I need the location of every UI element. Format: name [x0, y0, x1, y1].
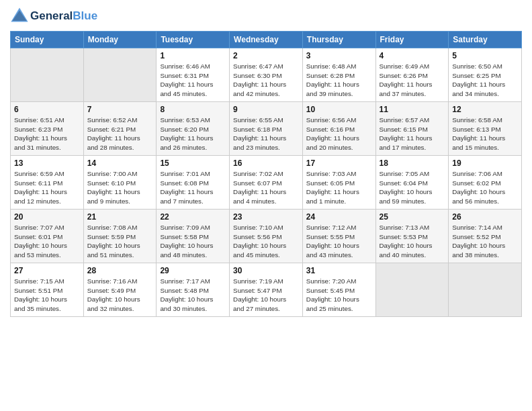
day-number: 26: [452, 212, 518, 222]
week-row-4: 20Sunrise: 7:07 AM Sunset: 6:01 PM Dayli…: [11, 210, 522, 263]
day-cell: 5Sunrise: 6:50 AM Sunset: 6:25 PM Daylig…: [449, 48, 522, 102]
day-info: Sunrise: 7:14 AM Sunset: 5:52 PM Dayligh…: [452, 223, 518, 260]
day-cell: 12Sunrise: 6:58 AM Sunset: 6:13 PM Dayli…: [449, 102, 522, 156]
day-number: 22: [160, 212, 226, 222]
day-cell: 20Sunrise: 7:07 AM Sunset: 6:01 PM Dayli…: [11, 210, 84, 263]
header-monday: Monday: [83, 32, 157, 48]
day-number: 20: [14, 212, 80, 222]
calendar-page: GeneralBlue Sunday Monday Tuesday Wednes…: [0, 0, 532, 411]
day-number: 7: [87, 105, 153, 114]
day-info: Sunrise: 7:05 AM Sunset: 6:04 PM Dayligh…: [380, 169, 445, 206]
day-info: Sunrise: 6:46 AM Sunset: 6:31 PM Dayligh…: [160, 62, 226, 99]
day-cell: 30Sunrise: 7:19 AM Sunset: 5:47 PM Dayli…: [230, 263, 303, 317]
day-info: Sunrise: 6:49 AM Sunset: 6:26 PM Dayligh…: [380, 62, 445, 99]
day-number: 3: [306, 51, 372, 60]
day-number: 12: [452, 105, 518, 114]
day-number: 17: [306, 158, 372, 168]
day-number: 21: [87, 212, 153, 222]
weekday-header-row: Sunday Monday Tuesday Wednesday Thursday…: [11, 32, 522, 48]
header-sunday: Sunday: [11, 32, 84, 48]
header: GeneralBlue: [10, 7, 522, 26]
header-saturday: Saturday: [449, 32, 522, 48]
day-cell: 13Sunrise: 6:59 AM Sunset: 6:11 PM Dayli…: [11, 156, 84, 210]
day-number: 1: [160, 51, 226, 60]
day-cell: 23Sunrise: 7:10 AM Sunset: 5:56 PM Dayli…: [230, 210, 303, 263]
day-number: 23: [233, 212, 299, 222]
day-info: Sunrise: 6:55 AM Sunset: 6:18 PM Dayligh…: [233, 116, 299, 152]
day-info: Sunrise: 7:20 AM Sunset: 5:45 PM Dayligh…: [306, 277, 372, 314]
day-info: Sunrise: 6:52 AM Sunset: 6:21 PM Dayligh…: [87, 116, 153, 152]
day-info: Sunrise: 7:01 AM Sunset: 6:08 PM Dayligh…: [160, 169, 226, 206]
day-info: Sunrise: 7:00 AM Sunset: 6:10 PM Dayligh…: [87, 169, 153, 206]
week-row-3: 13Sunrise: 6:59 AM Sunset: 6:11 PM Dayli…: [11, 156, 522, 210]
day-cell: 6Sunrise: 6:51 AM Sunset: 6:23 PM Daylig…: [11, 102, 84, 156]
day-info: Sunrise: 6:51 AM Sunset: 6:23 PM Dayligh…: [14, 116, 80, 152]
day-cell: 31Sunrise: 7:20 AM Sunset: 5:45 PM Dayli…: [302, 263, 375, 317]
logo-text: GeneralBlue: [30, 10, 97, 23]
day-cell: 24Sunrise: 7:12 AM Sunset: 5:55 PM Dayli…: [302, 210, 375, 263]
svg-marker-1: [13, 11, 27, 21]
day-number: 8: [160, 105, 226, 114]
day-cell: 8Sunrise: 6:53 AM Sunset: 6:20 PM Daylig…: [157, 102, 230, 156]
day-cell: 14Sunrise: 7:00 AM Sunset: 6:10 PM Dayli…: [83, 156, 157, 210]
day-cell: [11, 48, 84, 102]
day-info: Sunrise: 7:03 AM Sunset: 6:05 PM Dayligh…: [306, 169, 372, 206]
header-thursday: Thursday: [302, 32, 375, 48]
day-number: 16: [233, 158, 299, 168]
week-row-1: 1Sunrise: 6:46 AM Sunset: 6:31 PM Daylig…: [11, 48, 522, 102]
day-cell: 21Sunrise: 7:08 AM Sunset: 5:59 PM Dayli…: [83, 210, 157, 263]
day-info: Sunrise: 7:09 AM Sunset: 5:58 PM Dayligh…: [160, 223, 226, 260]
day-info: Sunrise: 7:02 AM Sunset: 6:07 PM Dayligh…: [233, 169, 299, 206]
day-number: 11: [380, 105, 445, 114]
day-number: 4: [380, 51, 445, 60]
day-number: 25: [380, 212, 445, 222]
day-cell: 25Sunrise: 7:13 AM Sunset: 5:53 PM Dayli…: [375, 210, 449, 263]
day-number: 18: [380, 158, 445, 168]
day-info: Sunrise: 7:12 AM Sunset: 5:55 PM Dayligh…: [306, 223, 372, 260]
day-number: 10: [306, 105, 372, 114]
day-info: Sunrise: 6:57 AM Sunset: 6:15 PM Dayligh…: [380, 116, 445, 152]
day-number: 15: [160, 158, 226, 168]
day-info: Sunrise: 7:06 AM Sunset: 6:02 PM Dayligh…: [452, 169, 518, 206]
day-cell: 27Sunrise: 7:15 AM Sunset: 5:51 PM Dayli…: [11, 263, 84, 317]
day-number: 6: [14, 105, 80, 114]
day-info: Sunrise: 6:56 AM Sunset: 6:16 PM Dayligh…: [306, 116, 372, 152]
day-info: Sunrise: 6:48 AM Sunset: 6:28 PM Dayligh…: [306, 62, 372, 99]
day-number: 14: [87, 158, 153, 168]
week-row-5: 27Sunrise: 7:15 AM Sunset: 5:51 PM Dayli…: [11, 263, 522, 317]
day-info: Sunrise: 7:10 AM Sunset: 5:56 PM Dayligh…: [233, 223, 299, 260]
logo-icon: [10, 7, 29, 26]
header-tuesday: Tuesday: [157, 32, 230, 48]
day-cell: [375, 263, 449, 317]
day-info: Sunrise: 6:50 AM Sunset: 6:25 PM Dayligh…: [452, 62, 518, 99]
logo: GeneralBlue: [10, 7, 97, 26]
day-info: Sunrise: 7:19 AM Sunset: 5:47 PM Dayligh…: [233, 277, 299, 314]
day-number: 13: [14, 158, 80, 168]
day-cell: 18Sunrise: 7:05 AM Sunset: 6:04 PM Dayli…: [375, 156, 449, 210]
day-cell: 11Sunrise: 6:57 AM Sunset: 6:15 PM Dayli…: [375, 102, 449, 156]
day-cell: 29Sunrise: 7:17 AM Sunset: 5:48 PM Dayli…: [157, 263, 230, 317]
day-number: 5: [452, 51, 518, 60]
day-cell: 9Sunrise: 6:55 AM Sunset: 6:18 PM Daylig…: [230, 102, 303, 156]
day-number: 31: [306, 266, 372, 275]
day-cell: 4Sunrise: 6:49 AM Sunset: 6:26 PM Daylig…: [375, 48, 449, 102]
day-cell: [83, 48, 157, 102]
header-wednesday: Wednesday: [230, 32, 303, 48]
day-info: Sunrise: 7:13 AM Sunset: 5:53 PM Dayligh…: [380, 223, 445, 260]
day-info: Sunrise: 6:59 AM Sunset: 6:11 PM Dayligh…: [14, 169, 80, 206]
day-cell: 10Sunrise: 6:56 AM Sunset: 6:16 PM Dayli…: [302, 102, 375, 156]
calendar-table: Sunday Monday Tuesday Wednesday Thursday…: [10, 31, 522, 317]
header-friday: Friday: [375, 32, 449, 48]
day-info: Sunrise: 7:17 AM Sunset: 5:48 PM Dayligh…: [160, 277, 226, 314]
day-number: 30: [233, 266, 299, 275]
calendar-body: 1Sunrise: 6:46 AM Sunset: 6:31 PM Daylig…: [11, 48, 522, 317]
day-info: Sunrise: 7:16 AM Sunset: 5:49 PM Dayligh…: [87, 277, 153, 314]
day-cell: 22Sunrise: 7:09 AM Sunset: 5:58 PM Dayli…: [157, 210, 230, 263]
day-number: 28: [87, 266, 153, 275]
day-info: Sunrise: 6:58 AM Sunset: 6:13 PM Dayligh…: [452, 116, 518, 152]
day-cell: 28Sunrise: 7:16 AM Sunset: 5:49 PM Dayli…: [83, 263, 157, 317]
day-info: Sunrise: 7:15 AM Sunset: 5:51 PM Dayligh…: [14, 277, 80, 314]
day-number: 9: [233, 105, 299, 114]
day-cell: [449, 263, 522, 317]
day-cell: 17Sunrise: 7:03 AM Sunset: 6:05 PM Dayli…: [302, 156, 375, 210]
